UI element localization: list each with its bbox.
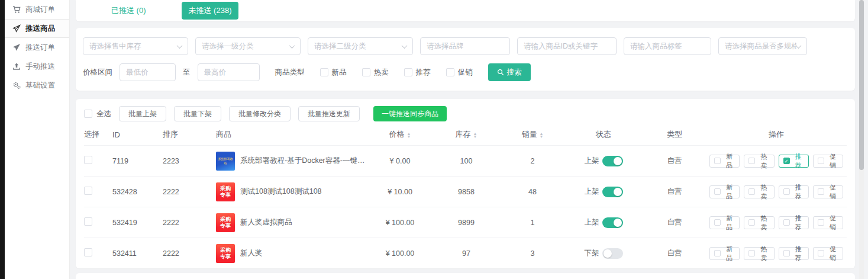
- product-id-keyword-input[interactable]: [517, 37, 617, 55]
- product-cell: 系统部署教程系统部署教程-基于Docker容器-一键部署: [216, 152, 369, 171]
- status-toggle[interactable]: [602, 156, 623, 166]
- tag-promo-button[interactable]: 促销: [813, 185, 843, 198]
- tab-unpushed[interactable]: 未推送 (238): [182, 2, 239, 20]
- scrollbar-thumb[interactable]: [859, 0, 864, 170]
- type-checkbox-recommend[interactable]: 推荐: [404, 68, 431, 78]
- tag-recommend-button[interactable]: 推荐: [779, 247, 809, 260]
- product-image: 采购专享: [216, 244, 235, 263]
- type-cell: 自营: [643, 156, 709, 166]
- send-outline-icon: [12, 24, 21, 33]
- tag-new-button[interactable]: 新品: [709, 216, 740, 229]
- tag-promo-button[interactable]: 促销: [813, 216, 843, 229]
- sales-cell: 2: [501, 157, 567, 165]
- sidebar: 商城订单 推送商品 推送订单 手动推送 基础设置: [5, 0, 70, 279]
- sort-carets-icon[interactable]: ▲▼: [540, 132, 544, 138]
- tab-pushed[interactable]: 已推送 (0): [104, 2, 153, 20]
- tag-recommend-button[interactable]: 推荐: [779, 216, 809, 229]
- category-level1-select[interactable]: 请选择一级分类: [195, 37, 301, 55]
- tag-new-button[interactable]: 新品: [709, 185, 740, 198]
- tag-checkbox-icon: [783, 250, 790, 256]
- brand-input[interactable]: [420, 37, 510, 55]
- one-click-sync-button[interactable]: 一键推送同步商品: [373, 106, 447, 121]
- ops-cell: 新品热卖✓推荐促销: [709, 155, 847, 168]
- batch-on-shelf-button[interactable]: 批量上架: [119, 106, 166, 121]
- column-header-label: 选择: [84, 130, 99, 139]
- tag-hot-button[interactable]: 热卖: [744, 155, 774, 168]
- status-cell: 上架: [567, 156, 643, 166]
- price-max-input[interactable]: [198, 63, 260, 81]
- batch-off-shelf-button[interactable]: 批量下架: [174, 106, 221, 121]
- sales-cell: 1: [501, 219, 567, 227]
- price-min-input[interactable]: [120, 63, 176, 81]
- sidebar-item-mall-orders[interactable]: 商城订单: [5, 0, 69, 19]
- table-row: 5324192222采购专享新人奖虚拟商品¥ 100.0098991上架自营新品…: [84, 207, 847, 238]
- table-row: 5324282222采购专享测试108测试108测试108¥ 10.009858…: [84, 176, 847, 207]
- sidebar-item-push-orders[interactable]: 推送订单: [5, 38, 69, 57]
- sidebar-item-push-products[interactable]: 推送商品: [5, 19, 69, 38]
- tag-label: 热卖: [758, 183, 769, 201]
- type-checkbox-promo[interactable]: 促销: [446, 68, 473, 78]
- row-checkbox[interactable]: [84, 217, 92, 226]
- multi-spec-select[interactable]: 请选择商品是否多规格: [718, 37, 807, 55]
- category-level2-select[interactable]: 请选择二级分类: [308, 37, 413, 55]
- row-checkbox[interactable]: [84, 187, 92, 195]
- product-name: 新人奖: [240, 248, 263, 258]
- tag-new-button[interactable]: 新品: [709, 247, 740, 260]
- status-label: 上架: [585, 187, 599, 197]
- column-header-label: 销量: [522, 130, 537, 139]
- tag-hot-button[interactable]: 热卖: [744, 247, 774, 260]
- row-select-cell: [84, 187, 112, 197]
- tag-promo-button[interactable]: 促销: [813, 155, 843, 168]
- sort-carets-icon[interactable]: ▲▼: [407, 132, 411, 138]
- status-toggle[interactable]: [602, 248, 623, 259]
- status-toggle[interactable]: [602, 217, 623, 228]
- checkbox-icon: [84, 110, 92, 118]
- type-checkbox-hot[interactable]: 热卖: [362, 68, 389, 78]
- tag-label: 新品: [724, 245, 735, 262]
- tag-promo-button[interactable]: 促销: [813, 247, 843, 260]
- tag-label: 热卖: [758, 214, 769, 232]
- tag-label: 新品: [724, 183, 735, 201]
- tag-hot-button[interactable]: 热卖: [744, 185, 774, 198]
- row-select-cell: [84, 217, 112, 227]
- collapsed-nav-strip: [0, 0, 5, 279]
- chevron-down-icon: [402, 43, 408, 49]
- tag-checkbox-icon: ✓: [783, 158, 790, 164]
- sort-order-cell: 2222: [163, 188, 216, 196]
- scrollbar-track[interactable]: [859, 0, 864, 279]
- search-button[interactable]: 搜索: [488, 63, 531, 81]
- column-header-label: 商品: [216, 130, 231, 139]
- sidebar-item-label: 推送商品: [25, 24, 55, 34]
- tag-hot-button[interactable]: 热卖: [744, 216, 774, 229]
- sort-carets-icon[interactable]: ▲▼: [473, 132, 477, 138]
- sort-desc-icon: ▼: [407, 135, 411, 138]
- status-toggle[interactable]: [602, 187, 623, 197]
- tag-recommend-button[interactable]: ✓推荐: [779, 155, 809, 168]
- type-checkbox-new[interactable]: 新品: [320, 68, 347, 78]
- sort-desc-icon: ▼: [473, 135, 477, 138]
- stock-status-select[interactable]: 请选择售中库存: [83, 37, 188, 55]
- tag-recommend-button[interactable]: 推荐: [779, 185, 809, 198]
- row-checkbox[interactable]: [84, 248, 92, 256]
- price-cell: ¥ 0.00: [369, 157, 435, 165]
- column-header-3: 商品: [216, 129, 369, 140]
- tag-checkbox-icon: [818, 158, 824, 164]
- price-cell: ¥ 100.00: [369, 219, 435, 227]
- tag-label: 促销: [827, 183, 838, 201]
- tag-new-button[interactable]: 新品: [709, 155, 740, 168]
- status-cell: 上架: [567, 187, 643, 197]
- tag-checkbox-icon: [818, 250, 824, 256]
- status-cell: 下架: [567, 248, 643, 259]
- batch-push-update-button[interactable]: 批量推送更新: [298, 106, 360, 121]
- sidebar-item-basic-settings[interactable]: 基础设置: [5, 76, 69, 95]
- select-all-checkbox[interactable]: 全选: [84, 109, 111, 119]
- batch-edit-category-button[interactable]: 批量修改分类: [229, 106, 291, 121]
- tag-checkbox-icon: [818, 188, 824, 195]
- upload-icon: [12, 62, 21, 70]
- product-tag-input[interactable]: [624, 37, 711, 55]
- sidebar-item-label: 基础设置: [25, 81, 55, 91]
- product-id-cell: 532428: [112, 188, 163, 196]
- row-checkbox[interactable]: [84, 156, 92, 164]
- column-header-0: 选择: [84, 129, 112, 140]
- sidebar-item-manual-push[interactable]: 手动推送: [5, 57, 69, 76]
